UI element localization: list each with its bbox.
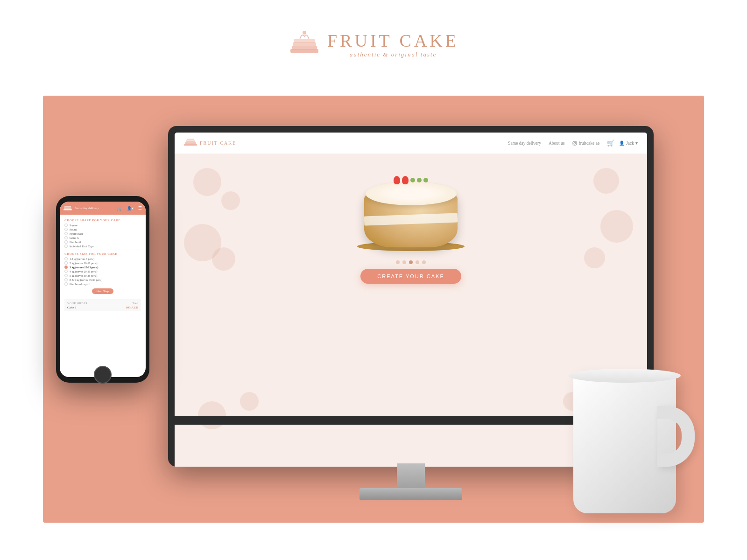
phone-radio-letter[interactable]	[64, 236, 68, 239]
phone-size-item-3[interactable]: 3 kg (serves 12-15 pers.)	[64, 266, 141, 269]
svg-point-4	[303, 31, 306, 35]
svg-rect-5	[184, 144, 197, 146]
cart-icon[interactable]: 🛒	[607, 140, 614, 147]
phone-radio-size-1[interactable]	[64, 257, 68, 260]
cake-cream	[366, 182, 457, 205]
phone-radio-size-6[interactable]	[64, 278, 68, 281]
nav-link-delivery[interactable]: Same day delivery	[508, 141, 541, 146]
phone-cart-icon[interactable]: 🛒	[117, 206, 122, 211]
phone-radio-size-7[interactable]	[64, 282, 68, 286]
phone-label-size-4: 4 kg (serves 20-25 pers.)	[70, 270, 97, 273]
phone-shape-item-square[interactable]: Square	[64, 224, 141, 227]
phone-label-size-3: 3 kg (serves 12-15 pers.)	[70, 266, 99, 269]
phone-size-item-1[interactable]: 1.5 kg (serves 8 pers.)	[64, 257, 141, 260]
cake-visual	[350, 154, 472, 257]
carousel-dots	[396, 260, 426, 264]
phone-home-button[interactable]	[94, 366, 112, 384]
carousel-dot-1[interactable]	[396, 260, 400, 264]
phone-radio-size-3[interactable]	[64, 266, 68, 269]
nav-link-about[interactable]: About us	[549, 141, 565, 146]
svg-rect-1	[292, 46, 317, 49]
strawberry-fruit-2	[402, 176, 409, 184]
mug-rim	[569, 369, 681, 383]
phone-divider-2	[64, 297, 141, 297]
phone-radio-individual[interactable]	[64, 245, 68, 248]
phone-order-section: YOUR ORDER Total Cake 1 105 AED	[64, 299, 141, 311]
phone-label-size-5: 5 kg (serves 30-35 pers.)	[70, 274, 97, 277]
phone-shape-item-heart[interactable]: Heart Shape	[64, 232, 141, 235]
svg-rect-7	[186, 140, 195, 142]
svg-rect-2	[293, 42, 316, 46]
svg-rect-12	[63, 209, 72, 210]
svg-rect-8	[187, 139, 194, 140]
phone-radio-size-5[interactable]	[64, 274, 68, 277]
svg-point-10	[574, 142, 576, 144]
phone-screen: Same day delivery 🛒 👤▾ ☰ CHOOSE SHAPE FO…	[60, 202, 146, 377]
phone-radio-size-4[interactable]	[64, 270, 68, 273]
nav-logo-small: FRUIT CAKE	[184, 139, 236, 148]
svg-rect-13	[64, 208, 71, 209]
carousel-dot-2[interactable]	[402, 260, 406, 264]
svg-point-11	[575, 141, 576, 142]
phone-user-icon[interactable]: 👤▾	[127, 206, 134, 210]
strawberry-fruit	[394, 176, 400, 184]
phone-size-section-title: CHOOSE SIZE FOR YOUR CAKE	[64, 252, 141, 255]
phone-outer: Same day delivery 🛒 👤▾ ☰ CHOOSE SHAPE FO…	[56, 196, 149, 383]
carousel-dot-4[interactable]	[416, 260, 419, 264]
user-name: Jack	[626, 141, 634, 146]
phone-size-item-5[interactable]: 5 kg (serves 30-35 pers.)	[64, 274, 141, 277]
phone-nav-logo-icon	[63, 205, 72, 211]
grape-fruit-2	[417, 178, 422, 182]
chevron-down-icon: ▾	[635, 140, 638, 146]
monitor-stand-neck	[397, 463, 425, 489]
monitor-stand-base	[359, 488, 462, 500]
phone-size-item-4[interactable]: 4 kg (serves 20-25 pers.)	[64, 270, 141, 273]
phone-shape-section-title: CHOOSE SHAPE FOR YOUR CAKE	[64, 218, 141, 222]
logo-cake-icon	[288, 28, 321, 61]
logo-text-block: FRUIT CAKE authentic & original taste	[327, 30, 459, 58]
user-menu[interactable]: 👤 Jack ▾	[619, 140, 638, 146]
phone-radio-size-2[interactable]	[64, 261, 68, 265]
phone-divider-1	[64, 250, 141, 250]
phone-label-round: Round	[70, 228, 77, 231]
instagram-handle: fruitcake.ae	[579, 141, 600, 146]
svg-rect-0	[290, 49, 318, 53]
phone-next-button[interactable]: Next Step	[92, 288, 113, 294]
logo-title: FRUIT CAKE	[327, 30, 459, 51]
mug-handle	[657, 406, 695, 467]
nav-icons: 🛒 👤 Jack ▾	[607, 140, 638, 147]
instagram-icon	[572, 141, 577, 146]
carousel-dot-5[interactable]	[422, 260, 426, 264]
phone-shape-item-letter[interactable]: Letter A	[64, 236, 141, 239]
phone-shape-list: Square Round Heart Shape Letter A	[64, 224, 141, 248]
phone-shape-item-individual[interactable]: Individual Fruit Cups	[64, 245, 141, 248]
phone-label-number: Number 0	[70, 241, 81, 244]
svg-rect-6	[185, 142, 196, 144]
phone-radio-square[interactable]	[64, 224, 68, 227]
create-cake-button[interactable]: CREATE YOUR CAKE	[360, 269, 461, 284]
carousel-dot-3[interactable]	[409, 260, 413, 264]
phone-radio-number[interactable]	[64, 240, 68, 244]
phone-label-size-6: 8 & 9 kg (serves 45-50 pers.)	[70, 279, 102, 281]
phone-radio-round[interactable]	[64, 228, 68, 231]
phone-size-item-2[interactable]: 2 kg (serves 10-12 pers.)	[64, 261, 141, 265]
phone-shape-item-number[interactable]: Number 0	[64, 240, 141, 244]
phone-size-item-6[interactable]: 8 & 9 kg (serves 45-50 pers.)	[64, 278, 141, 281]
phone-menu-icon[interactable]: ☰	[138, 206, 142, 210]
svg-rect-3	[294, 39, 315, 43]
phone-content: CHOOSE SHAPE FOR YOUR CAKE Square Round …	[60, 215, 146, 377]
coffee-mug	[555, 355, 704, 523]
phone-shape-item-round[interactable]: Round	[64, 228, 141, 231]
cake-fruits	[394, 176, 428, 184]
phone-size-item-7[interactable]: Number of cups 1	[64, 282, 141, 286]
phone-radio-heart[interactable]	[64, 232, 68, 235]
phone-label-size-2: 2 kg (serves 10-12 pers.)	[70, 262, 97, 265]
nav-logo-small-icon	[184, 139, 197, 148]
phone-order-title: YOUR ORDER	[67, 302, 88, 305]
nav-instagram[interactable]: fruitcake.ae	[572, 141, 600, 146]
phone-label-heart: Heart Shape	[70, 232, 84, 235]
svg-rect-14	[64, 206, 71, 207]
grape-fruit	[410, 178, 415, 182]
phone-label-individual: Individual Fruit Cups	[70, 245, 94, 248]
logo-wrapper: FRUIT CAKE authentic & original taste	[288, 28, 459, 61]
